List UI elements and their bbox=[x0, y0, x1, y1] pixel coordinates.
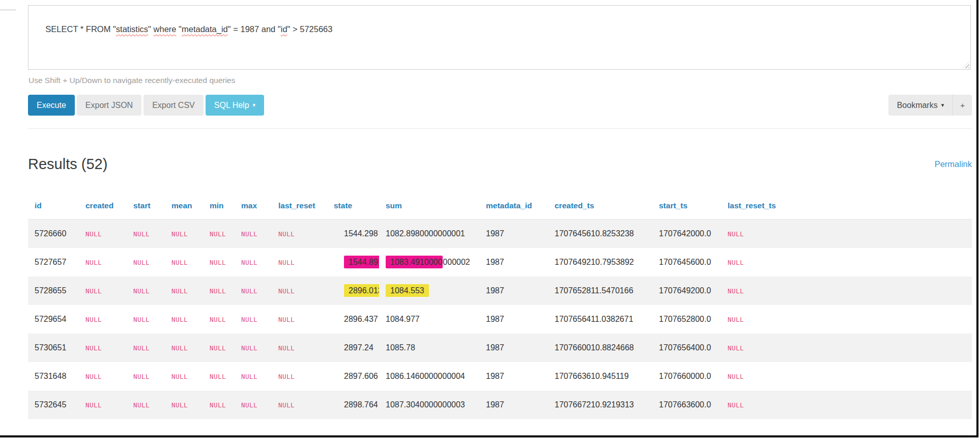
cell-max: NULL bbox=[235, 362, 272, 391]
cell-created_ts: 1707667210.9219313 bbox=[548, 391, 652, 419]
cell-metadata_id: 1987 bbox=[479, 305, 548, 334]
cell-max: NULL bbox=[235, 277, 272, 305]
cell-mean: NULL bbox=[165, 362, 203, 391]
cell-state: 2896.437 bbox=[327, 305, 379, 334]
cell-min: NULL bbox=[203, 334, 235, 362]
column-header-min: min bbox=[203, 195, 235, 219]
cell-mean: NULL bbox=[165, 277, 203, 305]
textarea-resize-handle[interactable] bbox=[963, 62, 969, 68]
sql-help-label: SQL Help bbox=[214, 101, 249, 110]
cell-last_reset: NULL bbox=[272, 219, 327, 249]
panel-edge-fragment bbox=[0, 10, 16, 10]
export-csv-button[interactable]: Export CSV bbox=[143, 95, 204, 116]
column-header-metadata_id: metadata_id bbox=[479, 195, 548, 219]
results-table-container: idcreatedstartmeanminmaxlast_resetstates… bbox=[28, 195, 972, 419]
cell-state: 1544.891 bbox=[327, 248, 379, 277]
cell-state: 2897.606 bbox=[327, 362, 379, 391]
highlight-annotation: 2896.013 bbox=[344, 284, 379, 297]
cell-created: NULL bbox=[79, 277, 127, 305]
cell-start_ts: 1707652800.0 bbox=[652, 305, 721, 334]
cell-last_reset: NULL bbox=[272, 248, 327, 277]
column-header-last_reset_ts: last_reset_ts bbox=[721, 195, 972, 219]
sql-token-misspelled: id bbox=[281, 24, 287, 34]
sql-token-misspelled: where bbox=[154, 24, 177, 34]
cell-sum: 1086.1460000000004 bbox=[379, 362, 479, 391]
highlight-annotation: 1084.553 bbox=[386, 284, 429, 297]
cell-start_ts: 1707645600.0 bbox=[652, 248, 721, 277]
cell-created_ts: 1707652811.5470166 bbox=[548, 277, 652, 305]
cell-last_reset_ts: NULL bbox=[721, 334, 972, 362]
cell-last_reset: NULL bbox=[272, 391, 327, 419]
cell-max: NULL bbox=[235, 334, 272, 362]
cell-state: 2897.24 bbox=[327, 334, 379, 362]
cell-start: NULL bbox=[127, 248, 165, 277]
bookmarks-dropdown-button[interactable]: Bookmarks ▾ bbox=[888, 95, 953, 116]
cell-last_reset_ts: NULL bbox=[721, 391, 972, 419]
cell-created_ts: 1707645610.8253238 bbox=[548, 219, 652, 249]
column-header-start_ts: start_ts bbox=[652, 195, 721, 219]
cell-start: NULL bbox=[127, 334, 165, 362]
highlight-annotation: 1544.891 bbox=[344, 256, 379, 268]
cell-state: 2898.764 bbox=[327, 391, 379, 419]
column-header-state: state bbox=[327, 195, 379, 219]
cell-last_reset_ts: NULL bbox=[721, 277, 972, 305]
sql-query-editor[interactable]: SELECT * FROM "statistics" where "metada… bbox=[28, 5, 971, 70]
cell-last_reset: NULL bbox=[272, 277, 327, 305]
cell-created_ts: 1707660010.8824668 bbox=[548, 334, 652, 362]
cell-min: NULL bbox=[203, 305, 235, 334]
cell-metadata_id: 1987 bbox=[479, 248, 548, 277]
cell-last_reset_ts: NULL bbox=[721, 219, 972, 249]
column-header-id: id bbox=[28, 195, 79, 219]
table-row: 5728655NULLNULLNULLNULLNULLNULL2896.0131… bbox=[28, 277, 972, 305]
query-history-hint: Use Shift + Up/Down to navigate recently… bbox=[28, 76, 235, 85]
permalink-link[interactable]: Permalink bbox=[935, 159, 972, 169]
execute-button[interactable]: Execute bbox=[28, 95, 75, 116]
cell-id: 5732645 bbox=[28, 391, 79, 419]
cell-start_ts: 1707663600.0 bbox=[652, 391, 721, 419]
cell-start: NULL bbox=[127, 219, 165, 249]
table-row: 5731648NULLNULLNULLNULLNULLNULL2897.6061… bbox=[28, 362, 972, 391]
cell-start: NULL bbox=[127, 305, 165, 334]
cell-id: 5731648 bbox=[28, 362, 79, 391]
caret-down-icon: ▾ bbox=[253, 102, 256, 108]
table-body: 5726660NULLNULLNULLNULLNULLNULL1544.2981… bbox=[28, 219, 972, 420]
sql-token: " = 1987 and " bbox=[228, 24, 281, 34]
cell-id: 5728655 bbox=[28, 277, 79, 305]
cell-start_ts: 1707649200.0 bbox=[652, 277, 721, 305]
window-edge-bottom bbox=[0, 435, 978, 437]
cell-max: NULL bbox=[235, 391, 272, 419]
cell-mean: NULL bbox=[165, 391, 203, 419]
cell-state: 1544.298 bbox=[327, 219, 379, 249]
cell-metadata_id: 1987 bbox=[479, 334, 548, 362]
sql-token-misspelled: statistics bbox=[116, 24, 148, 34]
cell-min: NULL bbox=[203, 277, 235, 305]
cell-created: NULL bbox=[79, 219, 127, 249]
sql-token: " bbox=[148, 24, 153, 34]
cell-sum: 1082.8980000000001 bbox=[379, 219, 479, 249]
cell-metadata_id: 1987 bbox=[479, 362, 548, 391]
results-header: Results (52) Permalink bbox=[28, 156, 972, 173]
cell-created: NULL bbox=[79, 248, 127, 277]
cell-sum: 1087.3040000000003 bbox=[379, 391, 479, 419]
sql-help-dropdown-button[interactable]: SQL Help ▾ bbox=[206, 95, 264, 116]
divider bbox=[28, 128, 972, 129]
toolbar: Execute Export JSON Export CSV SQL Help … bbox=[28, 95, 972, 116]
bookmarks-button-group: Bookmarks ▾ + bbox=[888, 95, 972, 116]
sql-query-text: SELECT * FROM "statistics" where "metada… bbox=[45, 24, 332, 34]
table-row: 5730651NULLNULLNULLNULLNULLNULL2897.2410… bbox=[28, 334, 972, 362]
results-title: Results (52) bbox=[28, 156, 107, 173]
add-bookmark-button[interactable]: + bbox=[953, 95, 972, 116]
window-edge-right bbox=[976, 0, 978, 437]
caret-down-icon: ▾ bbox=[941, 102, 944, 108]
cell-mean: NULL bbox=[165, 248, 203, 277]
table-row: 5727657NULLNULLNULLNULLNULLNULL1544.8911… bbox=[28, 248, 972, 277]
cell-start_ts: 1707656400.0 bbox=[652, 334, 721, 362]
column-header-created_ts: created_ts bbox=[548, 195, 652, 219]
cell-min: NULL bbox=[203, 362, 235, 391]
cell-min: NULL bbox=[203, 248, 235, 277]
column-header-last_reset: last_reset bbox=[272, 195, 327, 219]
cell-created: NULL bbox=[79, 391, 127, 419]
export-json-button[interactable]: Export JSON bbox=[77, 95, 141, 116]
cell-last_reset: NULL bbox=[272, 362, 327, 391]
cell-last_reset_ts: NULL bbox=[721, 362, 972, 391]
